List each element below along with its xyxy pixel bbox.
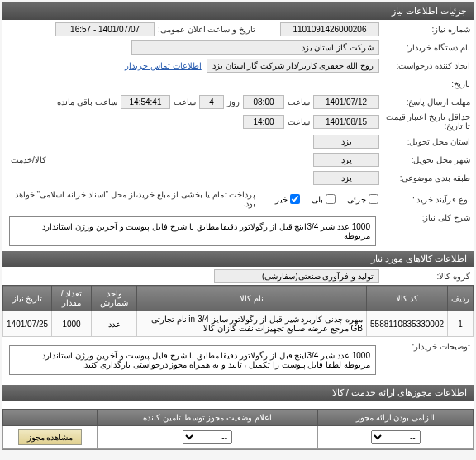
contact-link[interactable]: اطلاعات تماس خریدار — [125, 61, 202, 70]
view-permit-button[interactable]: مشاهده مجوز — [18, 429, 83, 445]
label-validity: حداقل تاریخ اعتبار قیمت تا تاریخ: — [379, 112, 470, 130]
row-deadline: مهلت ارسال پاسخ: 1401/07/12 ساعت 08:00 ر… — [2, 92, 474, 111]
main-panel: جزئیات اطلاعات نیاز شماره نیاز: 11010914… — [2, 2, 474, 450]
label-service: کالا/خدمت — [11, 155, 46, 164]
checkbox-no[interactable]: خیر — [275, 194, 300, 204]
th-row: ردیف — [448, 286, 474, 311]
row-city: شهر محل تحویل: یزد کالا/خدمت — [2, 150, 474, 168]
row-province: استان محل تحویل: یزد — [2, 132, 474, 150]
label-city: شهر محل تحویل: — [379, 155, 470, 164]
label-day: روز — [227, 97, 240, 107]
value-province: یزد — [313, 135, 379, 149]
checkbox-yes[interactable]: بلی — [312, 194, 336, 204]
checkbox-partial[interactable]: جزئی — [347, 194, 378, 204]
row-buyer: نام دستگاه خریدار: شرکت گاز استان یزد — [2, 38, 474, 56]
cell-unit: عدد — [91, 311, 136, 337]
cell-date: 1401/07/25 — [3, 311, 52, 337]
value-remain: 14:54:41 — [121, 95, 170, 109]
label-requester: ایجاد کننده درخواست: — [379, 61, 470, 70]
label-buyer: نام دستگاه خریدار: — [379, 43, 470, 52]
buyer-notes-text: 1000 عدد شیر 3/4اینچ قبل از رگولاتور دقی… — [9, 345, 376, 375]
row-buyer-notes: توضیحات خریدار: 1000 عدد شیر 3/4اینچ قبل… — [2, 340, 474, 380]
label-hour-2: ساعت — [174, 97, 196, 107]
th-mandatory: الزامی بودن ارائه مجوز — [318, 410, 474, 426]
permits-header-row: الزامی بودن ارائه مجوز اعلام وضعیت مجوز … — [3, 410, 474, 426]
payment-note: پرداخت تمام یا بخشی از مبلغ خرید،از محل … — [12, 190, 255, 208]
value-city: یزد — [313, 153, 379, 167]
label-storage: طبقه بندی موضوعی: — [379, 173, 470, 183]
cell-idx: 1 — [448, 311, 474, 337]
label-need-no: شماره نیاز: — [379, 25, 470, 34]
label-process: نوع فرآیند خرید : — [382, 195, 470, 204]
th-unit: واحد شمارش — [91, 286, 136, 311]
checkbox-no-input[interactable] — [290, 194, 300, 204]
label-date: تاریخ: — [379, 79, 470, 88]
th-code: کد کالا — [367, 286, 448, 311]
permits-title: اطلاعات مجوزهای ارائه خدمت / کالا — [2, 385, 474, 401]
items-table: ردیف کد کالا نام کالا واحد شمارش تعداد /… — [2, 285, 474, 337]
cell-code: 5588110835330002 — [367, 311, 448, 337]
value-validity-date: 1401/08/15 — [313, 115, 379, 129]
value-deadline-date: 1401/07/12 — [313, 95, 379, 109]
value-deadline-hour: 08:00 — [243, 95, 284, 109]
value-validity-hour: 14:00 — [243, 115, 284, 129]
row-need-no: شماره نیاز: 1101091426000206 تاریخ و ساع… — [2, 20, 474, 38]
permits-table: الزامی بودن ارائه مجوز اعلام وضعیت مجوز … — [2, 409, 474, 449]
value-need-no: 1101091426000206 — [280, 22, 379, 36]
th-qty: تعداد / مقدار — [52, 286, 92, 311]
checkbox-yes-input[interactable] — [326, 194, 336, 204]
label-deadline: مهلت ارسال پاسخ: — [379, 97, 470, 107]
status-select[interactable]: -- — [183, 430, 232, 444]
row-process: نوع فرآیند خرید : جزئی بلی خیر پرداخت تم… — [2, 187, 474, 211]
table-row: 1 5588110835330002 مهره چدنی کاربرد شیر … — [3, 311, 474, 337]
checkbox-no-label: خیر — [275, 195, 288, 204]
row-desc: شرح کلی نیاز: 1000 عدد شیر 3/4اینچ قبل ا… — [2, 211, 474, 251]
cell-mandatory: -- — [318, 426, 474, 449]
mandatory-select[interactable]: -- — [371, 430, 421, 444]
checkbox-yes-label: بلی — [312, 195, 323, 204]
th-status: اعلام وضعیت مجوز توسط تامین کننده — [97, 410, 317, 426]
label-hour-1: ساعت — [288, 97, 310, 107]
label-hour-3: ساعت — [288, 117, 310, 126]
cell-name: مهره چدنی کاربرد شیر قبل از رگولاتور سای… — [137, 311, 367, 337]
label-group: گروه کالا: — [379, 272, 470, 281]
label-announce: تاریخ و ساعت اعلان عمومی: — [158, 25, 255, 34]
value-days: 4 — [199, 95, 224, 109]
row-date: تاریخ: — [2, 74, 474, 92]
row-group: گروه کالا: تولید و فرآوری صنعتی(سفارشی) — [2, 267, 474, 285]
row-requester: ایجاد کننده درخواست: روح الله جعفری کارب… — [2, 56, 474, 74]
desc-text: 1000 عدد شیر 3/4اینچ قبل از رگولاتور دقی… — [9, 216, 376, 246]
row-validity: حداقل تاریخ اعتبار قیمت تا تاریخ: 1401/0… — [2, 111, 474, 132]
value-buyer: شرکت گاز استان یزد — [131, 40, 379, 55]
cell-view: مشاهده مجوز — [3, 426, 98, 449]
value-announce: 1401/07/07 - 16:57 — [55, 22, 155, 36]
label-buyer-notes: توضیحات خریدار: — [379, 342, 470, 351]
th-name: نام کالا — [137, 286, 367, 311]
value-storage: یزد — [313, 171, 379, 185]
label-desc: شرح کلی نیاز: — [379, 213, 470, 222]
label-remain: ساعت باقی مانده — [57, 97, 117, 107]
table-header-row: ردیف کد کالا نام کالا واحد شمارش تعداد /… — [3, 286, 474, 311]
value-group: تولید و فرآوری صنعتی(سفارشی) — [214, 269, 379, 283]
th-date: تاریخ نیاز — [3, 286, 52, 311]
row-storage: طبقه بندی موضوعی: یزد — [2, 168, 474, 187]
cell-status: -- — [97, 426, 317, 449]
checkbox-partial-label: جزئی — [347, 195, 366, 204]
label-province: استان محل تحویل: — [379, 137, 470, 146]
permits-row: -- -- مشاهده مجوز — [3, 426, 474, 449]
value-requester: روح الله جعفری کاربر/دار شرکت گاز استان … — [207, 59, 379, 73]
panel-title: جزئیات اطلاعات نیاز — [2, 2, 474, 20]
cell-qty: 1000 — [52, 311, 92, 337]
checkbox-partial-input[interactable] — [369, 194, 378, 204]
items-section-title: اطلاعات کالاهای مورد نیاز — [2, 251, 474, 267]
